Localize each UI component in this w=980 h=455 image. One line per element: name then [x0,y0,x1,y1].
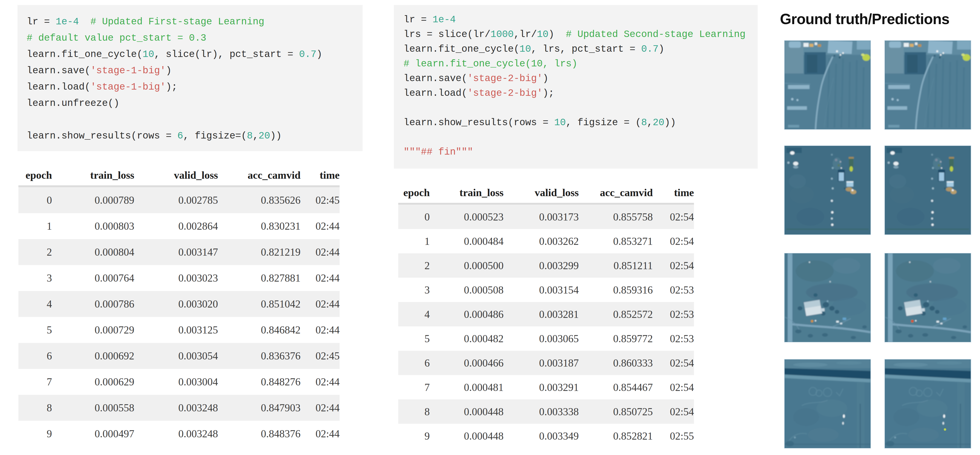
code-token-plain: ); [166,82,177,93]
code-line: learn.save('stage-2-big') [404,71,753,86]
result-cell: 0.859772 [579,327,653,351]
column-header-time: time [653,187,694,204]
result-cell: 0.003054 [134,343,218,369]
result-cell: 2 [398,253,430,278]
result-cell: 0.848276 [218,369,301,395]
result-cell: 5 [398,327,430,351]
epoch-row-8: 80.0004480.0033380.85072502:54 [398,400,694,424]
epoch-row-5: 50.0007290.0031250.84684202:44 [18,317,340,343]
code-line: # default value pct_start = 0.3 [27,30,358,46]
code-token-number: 10 [143,49,154,60]
result-cell: 0.846842 [218,317,301,343]
result-cell: 0.851042 [218,291,301,317]
result-cell: 0.000558 [52,395,134,421]
result-cell: 6 [398,351,430,375]
code-cell-first-stage[interactable]: lr = 1e-4 # Updated First-stage Learning… [18,5,363,151]
aerial-scene-1-icon [885,41,971,129]
code-line: learn.show_results(rows = 6, figsize=(8,… [27,128,358,144]
result-cell: 0.000786 [52,291,134,317]
epoch-row-1: 10.0004840.0032620.85327102:54 [398,229,694,253]
code-line: learn.fit_one_cycle(10, lrs, pct_start =… [404,42,753,57]
result-cell: 0.000481 [430,375,504,400]
result-cell: 0.853271 [579,229,653,253]
notebook-page: lr = 1e-4 # Updated First-stage Learning… [0,0,980,455]
code-token-plain: ); [542,88,554,99]
result-cell: 0.003154 [504,278,579,302]
code-token-string: 'stage-2-big' [467,73,542,84]
result-cell: 02:44 [301,213,340,239]
result-cell: 0.003248 [134,421,218,447]
code-token-number: 20 [258,130,270,141]
result-cell: 0.000789 [52,186,134,213]
result-cell: 1 [398,229,430,253]
result-cell: 0.002785 [134,186,218,213]
result-cell: 0.827881 [218,265,301,291]
result-cell: 0.003125 [134,317,218,343]
code-line: # learn.fit_one_cycle(10, lrs) [404,57,753,71]
result-cell: 0.852821 [579,424,653,448]
result-cell: 0.003004 [134,369,218,395]
result-cell: 0.000448 [430,400,504,424]
code-token-plain: learn.fit_one_cycle( [27,49,143,60]
result-cell: 02:44 [301,317,340,343]
column-header-valid_loss: valid_loss [504,187,579,204]
result-cell: 4 [398,302,430,327]
result-cell: 0.860333 [579,351,653,375]
training-results-table-stage2: epochtrain_lossvalid_lossacc_camvidtime0… [398,187,694,448]
code-token-plain: learn.unfreeze() [27,98,119,109]
result-cell: 0.000629 [52,369,134,395]
result-cell: 0.003291 [504,375,579,400]
code-token-plain: learn.show_results(rows = [404,117,554,128]
epoch-row-3: 30.0005080.0031540.85931602:53 [398,278,694,302]
column-header-epoch: epoch [398,187,430,204]
result-cell: 0 [398,204,430,229]
prediction-image-2 [885,145,971,235]
result-cell: 0.003173 [504,204,579,229]
code-line: learn.load('stage-1-big'); [27,79,358,95]
code-token-number: 0.7 [641,44,659,55]
result-cell: 0.000508 [430,278,504,302]
aerial-scene-3-icon [885,253,971,342]
result-cell: 02:54 [653,400,694,424]
result-cell: 0.000497 [52,421,134,447]
epoch-row-6: 60.0004660.0031870.86033302:54 [398,351,694,375]
gallery-title: Ground truth/Predictions [780,11,950,28]
aerial-scene-4-icon [784,360,870,448]
result-cell: 3 [18,265,52,291]
result-cell: 02:44 [301,291,340,317]
code-token-plain: ) [542,73,549,84]
code-token-plain: , slice(lr), pct_start = [154,49,299,60]
code-token-plain: ) [166,65,172,76]
code-token-plain: learn.show_results(rows = [27,130,177,141]
code-line: learn.load('stage-2-big'); [404,86,753,101]
code-token-plain: , figsize = ( [566,117,641,128]
code-line: learn.show_results(rows = 10, figsize = … [404,115,753,130]
code-cell-second-stage[interactable]: lr = 1e-4lrs = slice(lr/1000,lr/10) # Up… [394,5,758,169]
result-cell: 0.000486 [430,302,504,327]
epoch-row-0: 00.0005230.0031730.85575802:54 [398,204,694,229]
result-cell: 0.000692 [52,343,134,369]
result-cell: 0.003299 [504,253,579,278]
prediction-image-1 [885,40,971,130]
result-cell: 02:54 [653,351,694,375]
code-line: learn.unfreeze() [27,95,358,112]
column-header-train_loss: train_loss [52,169,134,186]
code-token-plain: learn.save( [404,73,467,84]
result-cell: 02:44 [301,421,340,447]
result-cell: 0.003281 [504,302,579,327]
code-token-string: 'stage-2-big' [467,88,542,99]
epoch-row-4: 40.0004860.0032810.85257202:53 [398,302,694,327]
result-cell: 02:54 [653,375,694,400]
result-cell: 02:44 [301,395,340,421]
result-cell: 5 [18,317,52,343]
code-token-number: 6 [177,130,183,141]
result-cell: 0 [18,186,52,213]
result-cell: 0.002864 [134,213,218,239]
code-token-number: 1e-4 [433,14,456,25]
column-header-valid_loss: valid_loss [134,169,218,186]
aerial-scene-4-icon [885,360,971,448]
code-token-comment: # Updated First-stage Learning [91,16,264,27]
ground-truth-image-3 [784,253,871,342]
result-cell: 0.848376 [218,421,301,447]
ground-truth-image-1 [784,40,871,130]
